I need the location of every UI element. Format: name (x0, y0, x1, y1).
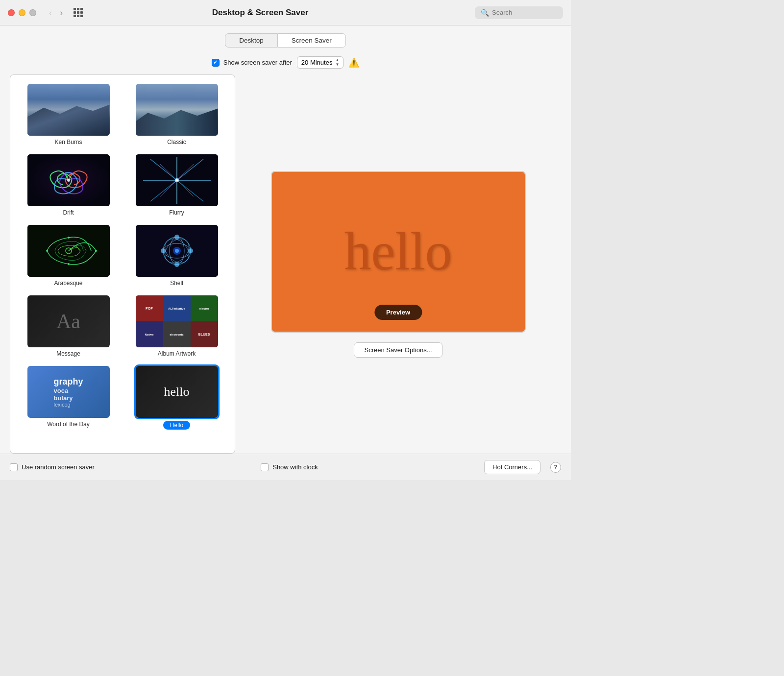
saver-item-hello[interactable]: hello Hello (122, 361, 231, 434)
preview-hello-text: hello (344, 220, 452, 283)
message-aa-text: Aa (56, 310, 80, 333)
show-with-clock-label: Show with clock (272, 463, 318, 471)
warning-icon: ⚠️ (348, 57, 359, 68)
saver-thumb-hello: hello (136, 366, 218, 418)
svg-point-22 (95, 250, 97, 252)
tab-bar: Desktop Screen Saver (0, 25, 571, 54)
saver-item-ken-burns[interactable]: Ken Burns (14, 79, 122, 149)
svg-point-16 (176, 179, 178, 181)
flurry-svg (136, 154, 218, 206)
main-content: Desktop Screen Saver ✓ Show screen saver… (0, 25, 571, 480)
preview-button[interactable]: Preview (374, 305, 422, 320)
stepper-arrows: ▲ ▼ (335, 58, 339, 67)
saver-label-classic: Classic (167, 139, 186, 145)
saver-item-arabesque[interactable]: Arabesque (14, 220, 122, 290)
svg-point-1 (67, 179, 70, 182)
svg-point-32 (174, 262, 179, 267)
random-saver-checkbox[interactable] (10, 463, 18, 471)
options-row: ✓ Show screen saver after 20 Minutes ▲ ▼… (0, 54, 571, 74)
svg-point-20 (68, 263, 70, 265)
show-after-checkbox-wrapper: ✓ Show screen saver after (212, 59, 292, 67)
saver-thumb-ken-burns (27, 84, 110, 136)
bottom-bar: Use random screen saver Show with clock … (0, 454, 571, 480)
saver-label-drift: Drift (63, 209, 74, 216)
arabesque-svg (27, 225, 110, 277)
close-button[interactable] (8, 9, 15, 16)
checkmark-icon: ✓ (213, 59, 218, 66)
preview-panel: hello Preview Screen Saver Options... (235, 74, 561, 454)
shell-svg (136, 225, 218, 277)
saver-thumb-message: Aa (27, 295, 110, 347)
time-selector[interactable]: 20 Minutes ▲ ▼ (297, 56, 344, 69)
time-value: 20 Minutes (301, 59, 333, 66)
window-title: Desktop & Screen Saver (51, 8, 469, 18)
saver-label-word-of-day: Word of the Day (47, 421, 89, 428)
saver-label-flurry: Flurry (169, 209, 184, 216)
saver-item-flurry[interactable]: Flurry (122, 149, 231, 220)
search-icon: 🔍 (481, 9, 489, 17)
saver-item-word-of-day[interactable]: graphy voca bulary lexicog Word of the D… (14, 361, 122, 434)
show-after-label: Show screen saver after (223, 59, 292, 66)
saver-thumb-flurry (136, 154, 218, 206)
saver-label-album-artwork: Album Artwork (158, 350, 196, 357)
saver-item-drift[interactable]: Drift (14, 149, 122, 220)
preview-area: hello Preview (271, 171, 526, 333)
saver-thumb-wotd: graphy voca bulary lexicog (27, 366, 110, 418)
saver-thumb-classic (136, 84, 218, 136)
svg-point-21 (46, 250, 48, 252)
saver-item-classic[interactable]: Classic (122, 79, 231, 149)
hello-script-thumb: hello (164, 385, 190, 399)
title-bar: ‹ › Desktop & Screen Saver 🔍 (0, 0, 571, 25)
arrow-up-icon: ▲ (335, 58, 339, 62)
search-input[interactable] (492, 9, 551, 16)
drift-svg (27, 154, 110, 206)
saver-label-shell: Shell (170, 280, 183, 287)
show-after-checkbox[interactable]: ✓ (212, 59, 220, 67)
saver-label-ken-burns: Ken Burns (54, 139, 82, 145)
show-with-clock-checkbox[interactable] (261, 463, 269, 471)
saver-thumb-shell (136, 225, 218, 277)
saver-item-message[interactable]: Aa Message (14, 290, 122, 361)
random-saver-label: Use random screen saver (22, 463, 95, 471)
saver-label-hello: Hello (163, 421, 190, 430)
saver-label-arabesque: Arabesque (54, 280, 82, 287)
saver-thumb-album: POP ALTerNative electro Native electroni… (136, 295, 218, 347)
random-saver-wrapper: Use random screen saver (10, 463, 95, 471)
tab-desktop[interactable]: Desktop (225, 33, 277, 48)
tab-screensaver[interactable]: Screen Saver (277, 33, 346, 48)
saver-item-album-artwork[interactable]: POP ALTerNative electro Native electroni… (122, 290, 231, 361)
search-box[interactable]: 🔍 (475, 6, 563, 19)
svg-point-19 (68, 237, 70, 239)
svg-point-31 (174, 235, 179, 240)
saver-item-shell[interactable]: Shell (122, 220, 231, 290)
svg-point-30 (175, 249, 179, 253)
saver-label-message: Message (56, 350, 80, 357)
saver-thumb-arabesque (27, 225, 110, 277)
hot-corners-button[interactable]: Hot Corners... (484, 460, 540, 474)
saver-thumb-drift (27, 154, 110, 206)
maximize-button[interactable] (29, 9, 36, 16)
svg-point-33 (161, 248, 166, 253)
content-split: Ken Burns Classic (0, 74, 571, 454)
help-button[interactable]: ? (550, 462, 561, 473)
show-with-clock-wrapper: Show with clock (261, 463, 318, 471)
saver-list: Ken Burns Classic (10, 74, 235, 454)
screen-saver-options-button[interactable]: Screen Saver Options... (354, 342, 442, 358)
svg-point-34 (188, 248, 193, 253)
traffic-lights (8, 9, 36, 16)
minimize-button[interactable] (19, 9, 25, 16)
arrow-down-icon: ▼ (335, 63, 339, 67)
